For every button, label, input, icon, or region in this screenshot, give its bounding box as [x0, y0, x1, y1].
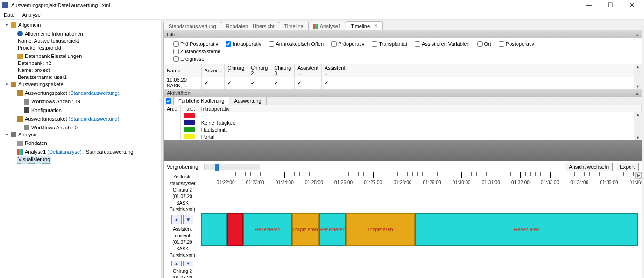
tab-timeline1[interactable]: Timeline — [279, 22, 308, 30]
collapse-icon[interactable]: ▲ — [635, 90, 640, 96]
timeline-segment[interactable] — [227, 213, 243, 246]
cb-assist[interactable]: Assistieren Variablen — [415, 41, 470, 47]
menu-datei[interactable]: Datei — [4, 12, 16, 18]
activity-row[interactable] — [164, 112, 642, 119]
row-down-button[interactable]: ▼ — [183, 215, 193, 224]
titlebar: Auswertungsprojekt Datei auswertung1.xml… — [0, 0, 644, 10]
activity-row[interactable]: Hautschnitt — [164, 126, 642, 133]
timeline-segment[interactable]: Inspizieren — [292, 213, 319, 246]
scrollbar[interactable]: ▲▼ — [634, 64, 642, 89]
zoom-controls: Vergrößerung Ansicht wechseln Export — [164, 161, 642, 172]
col-anzei[interactable]: Anzei... — [201, 64, 225, 77]
cb-intra[interactable]: Intraoperativ — [226, 41, 261, 47]
zoom-slider[interactable] — [204, 164, 260, 170]
workflow-icon — [24, 125, 29, 130]
divider — [164, 140, 642, 161]
workflow-icon — [24, 99, 29, 105]
activity-row[interactable]: Keine Tätigkeit — [164, 119, 642, 126]
scrollbar[interactable]: ▲▼ — [634, 112, 642, 140]
cb-transpl[interactable]: Transplantat — [372, 41, 407, 47]
window-buttons: — ☐ ✕ — [582, 1, 642, 8]
app-icon — [2, 2, 8, 8]
tab-rohdaten[interactable]: Rohdaten - Übersicht — [221, 22, 280, 30]
collapse-icon[interactable]: ▲ — [635, 32, 640, 37]
package-icon — [17, 116, 23, 122]
tab-color[interactable]: Farbliche Kodierung — [173, 97, 229, 105]
col-as1[interactable]: Assistent ... — [295, 64, 322, 77]
folder-icon — [11, 22, 16, 28]
tree-db-proj: Name: project — [18, 67, 50, 74]
activities-tabs: Farbliche Kodierung Auswertung — [164, 97, 642, 105]
timeline-canvas[interactable]: 01:22:0001:23:0001:24:0001:25:0001:26:00… — [201, 172, 642, 278]
col-ch1[interactable]: Chirurg 1 — [225, 64, 248, 77]
row-up-button[interactable]: ▲ — [171, 215, 182, 224]
minimize-button[interactable]: — — [582, 1, 595, 8]
maximize-button[interactable]: ☐ — [604, 1, 617, 8]
raw-icon — [17, 141, 23, 146]
menu-analyse[interactable]: Analyse — [22, 12, 41, 18]
window-title: Auswertungsprojekt Datei auswertung1.xml — [11, 2, 582, 8]
activities-header[interactable]: Aktivitäten▲ — [164, 89, 642, 97]
cb-ereig[interactable]: Ereignisse — [173, 56, 204, 62]
filter-body: Prä Postoperativ Intraoperativ Arthrosko… — [164, 38, 642, 64]
close-button[interactable]: ✕ — [625, 1, 638, 8]
tree-analyse[interactable]: Analyse — [18, 131, 36, 138]
timeline-segment[interactable]: Resezieren — [319, 213, 346, 246]
activities-table: An... Far... Intraoperativ Keine Tätigke… — [164, 105, 642, 140]
tree-konfig[interactable]: Konfiguration — [31, 107, 62, 114]
tree-analyse1[interactable]: Analyse1 (Detailanalyse) : Standardauswe… — [25, 149, 133, 156]
filter-row[interactable]: 11.06.20 SASK, ... — [164, 77, 642, 89]
tree-db-user: Benutzername: user1 — [18, 74, 67, 81]
timeline-segment[interactable]: Resezieren — [415, 213, 638, 246]
close-icon[interactable]: ✕ — [374, 23, 378, 29]
filter-header[interactable]: Filter▲ — [164, 30, 642, 38]
config-icon — [24, 107, 29, 113]
cb-color-coding[interactable] — [166, 98, 171, 104]
info-icon — [17, 31, 23, 36]
cb-post[interactable]: Postoperativ — [499, 41, 534, 47]
tree-paket1[interactable]: Auswertungspaket (Standardauswertung) — [25, 90, 119, 97]
tree-allgemein[interactable]: Allgemein — [18, 21, 41, 29]
db-icon — [17, 54, 23, 59]
timeline-segment[interactable] — [201, 213, 227, 246]
package-icon — [17, 90, 23, 96]
chart-icon — [17, 149, 23, 155]
tree-pakete[interactable]: Auswertungspakete — [18, 81, 64, 88]
tab-analyse1[interactable]: Analyse1 — [308, 22, 346, 30]
tree-name: Name: Auswertungsprojekt — [18, 37, 79, 44]
row-down-button[interactable]: ▼ — [183, 261, 193, 266]
timeline-segment[interactable]: Resezieren — [243, 213, 292, 246]
tab-timeline2[interactable]: Timeline✕ — [346, 21, 383, 30]
tree-rohdaten[interactable]: Rohdaten — [25, 140, 47, 147]
row-up-button[interactable]: ▲ — [171, 261, 182, 266]
activity-row[interactable]: Portal — [164, 133, 642, 140]
switch-view-button[interactable]: Ansicht wechseln — [565, 163, 613, 171]
cb-arthro[interactable]: Arthroskopisch Offen — [269, 41, 324, 47]
timeline-area: Zeitleiste standssyster Chirurg 2 (01.07… — [164, 172, 642, 278]
timeline-segment[interactable]: Inspizieren — [346, 213, 415, 246]
package-icon — [11, 82, 16, 87]
col-name[interactable]: Name — [164, 64, 201, 77]
tree-allg-info[interactable]: Allgemeine Informationen — [25, 30, 83, 37]
tab-auswertung[interactable]: Auswertung — [229, 97, 266, 105]
tab-standard[interactable]: Standardauswertung — [163, 22, 221, 30]
col-as2[interactable]: Assistent ... — [321, 64, 348, 77]
sidebar-tree[interactable]: ▾Allgemein Allgemeine Informationen Name… — [0, 20, 162, 278]
cb-zust[interactable]: Zustandssysteme — [173, 49, 220, 54]
col-ch3[interactable]: Chirurg 3 — [271, 64, 295, 77]
zoom-label: Vergrößerung — [167, 164, 201, 170]
cb-ort[interactable]: Ort — [477, 41, 491, 47]
cb-pra-post[interactable]: Prä Postoperativ — [173, 41, 218, 47]
tree-db[interactable]: Datenbank Einstellungen — [25, 53, 82, 60]
export-button[interactable]: Export — [616, 163, 639, 171]
col-ch2[interactable]: Chirurg 2 — [248, 64, 271, 77]
cb-pra[interactable]: Präoperativ — [331, 41, 364, 47]
analysis-icon — [11, 132, 16, 137]
tree-visualisierung[interactable]: Visualisierung — [17, 156, 51, 164]
scroll-right-button[interactable]: ▶ — [635, 172, 642, 179]
tree-db-name: Datenbank: h2 — [18, 60, 51, 67]
tree-paket2[interactable]: Auswertungspaket (Standardauswertung) — [25, 115, 119, 122]
timeline-row-labels: Zeitleiste standssyster Chirurg 2 (01.07… — [164, 172, 201, 278]
tree-wf19: Workflows Anzahl: 19 — [31, 98, 80, 105]
filter-table: Name Anzei... Chirurg 1 Chirurg 2 Chirur… — [164, 64, 642, 89]
